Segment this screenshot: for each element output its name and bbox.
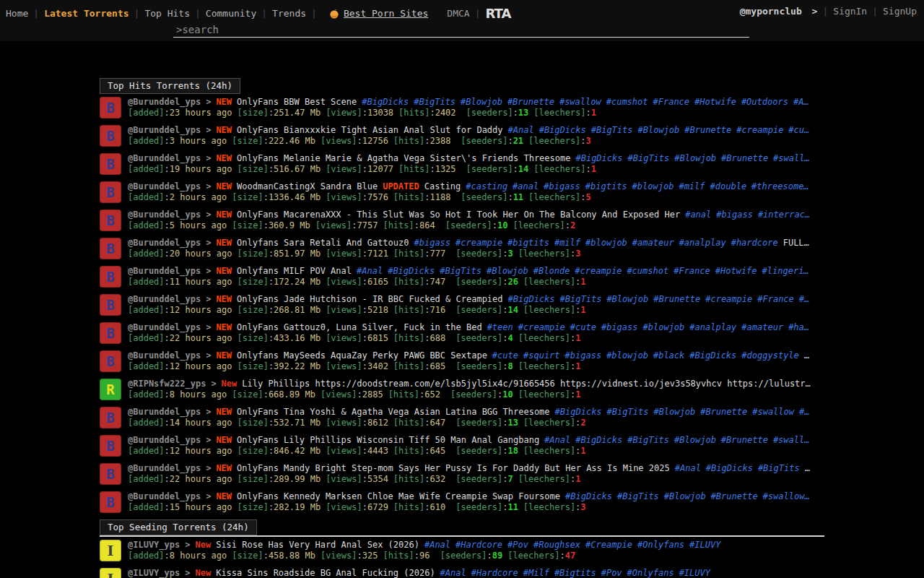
hashtag-link[interactable]: #Creampie: [585, 540, 632, 550]
hashtag-link[interactable]: #ha…: [788, 322, 809, 332]
user-avatar[interactable]: B: [100, 322, 121, 344]
username-link[interactable]: @Burunddel_yps: [128, 294, 201, 304]
user-avatar[interactable]: I: [100, 568, 121, 578]
hashtag-link[interactable]: #BigDicks: [388, 266, 435, 276]
hashtag-link[interactable]: #Brunette: [684, 125, 731, 135]
username-link[interactable]: @Burunddel_yps: [128, 210, 201, 220]
hashtag-link[interactable]: #teen: [487, 322, 513, 332]
user-avatar[interactable]: B: [100, 407, 121, 428]
hashtag-link[interactable]: #Hardcore: [456, 540, 502, 550]
hashtag-link[interactable]: #blowjob: [606, 350, 648, 361]
torrent-title[interactable]: Sisi Rose Has Very Hard Anal Sex (2026): [216, 540, 419, 550]
hashtag-link[interactable]: #…: [799, 407, 809, 417]
hashtag-link[interactable]: #Blowjob: [653, 407, 695, 417]
hashtag-link[interactable]: #bigtits: [585, 181, 627, 191]
hashtag-link[interactable]: #BigTits: [627, 153, 669, 163]
hashtag-link[interactable]: #creampie: [705, 294, 752, 304]
nav-item-trends[interactable]: Trends: [272, 8, 306, 19]
hashtag-link[interactable]: #Blowjob: [638, 125, 680, 135]
username-link[interactable]: @Burunddel_yps: [128, 153, 201, 163]
hashtag-link[interactable]: #doggystyle: [741, 350, 798, 361]
user-avatar[interactable]: B: [100, 97, 121, 118]
hashtag-link[interactable]: #BigDicks: [555, 407, 602, 417]
hashtag-link[interactable]: #BigDicks: [362, 97, 409, 107]
hashtag-link[interactable]: #swallow: [752, 407, 794, 417]
hashtag-link[interactable]: #Brunette: [721, 153, 768, 163]
nav-item-community[interactable]: Community: [206, 8, 256, 19]
hashtag-link[interactable]: #bigass: [565, 350, 602, 361]
hashtag-link[interactable]: #ILUVY: [689, 540, 720, 550]
hashtag-link[interactable]: #BigDicks: [706, 463, 753, 473]
hashtag-link[interactable]: #swallow: [559, 97, 601, 107]
hashtag-link[interactable]: #swall…: [773, 153, 810, 163]
hashtag-link[interactable]: #bigtits: [507, 238, 549, 248]
hashtag-link[interactable]: #Brunette: [507, 97, 554, 107]
torrent-title[interactable]: OnlyFans Kennedy Marksen Chloe Mae Wife …: [237, 491, 560, 501]
hashtag-link[interactable]: #Brunette: [700, 407, 747, 417]
hashtag-link[interactable]: #cu…: [788, 125, 809, 135]
hashtag-link[interactable]: #Milf: [523, 568, 549, 578]
user-avatar[interactable]: B: [100, 350, 121, 372]
hashtag-link[interactable]: #Onlyfans: [637, 540, 684, 550]
hashtag-link[interactable]: #BigTits: [440, 266, 481, 276]
hashtag-link[interactable]: #BigTits: [560, 294, 602, 304]
user-avatar[interactable]: B: [100, 266, 121, 288]
hashtag-link[interactable]: #Pov: [601, 568, 622, 578]
user-avatar[interactable]: I: [100, 540, 121, 561]
hashtag-link[interactable]: #…: [799, 294, 809, 304]
hashtag-link[interactable]: #BigDicks: [575, 153, 622, 163]
hashtag-link[interactable]: #lingeri…: [762, 266, 809, 276]
hashtag-link[interactable]: #cute: [570, 322, 596, 332]
hashtag-link[interactable]: #ILUVY: [679, 568, 710, 578]
hashtag-link[interactable]: #amateur: [632, 238, 674, 248]
hashtag-link[interactable]: #Bigtits: [554, 568, 596, 578]
username-link[interactable]: @Burunddel_yps: [128, 125, 201, 135]
torrent-title[interactable]: OnlyFans MacarenaXXX - This Slut Was So …: [237, 210, 680, 220]
hashtag-link[interactable]: #BigDicks: [689, 350, 736, 361]
hashtag-link[interactable]: #Hardcore: [471, 568, 518, 578]
torrent-title[interactable]: Onlyfans MILF POV Anal: [237, 266, 352, 276]
hashtag-link[interactable]: #Onlyfans: [627, 568, 674, 578]
account-menu[interactable]: @mypornclub >: [740, 6, 818, 17]
torrent-title[interactable]: OnlyFans BBW Best Scene: [237, 97, 357, 107]
username-link[interactable]: @Burunddel_yps: [128, 463, 201, 473]
username-link[interactable]: @Burunddel_yps: [128, 181, 201, 191]
hashtag-link[interactable]: #Blowjob: [664, 491, 706, 501]
user-avatar[interactable]: B: [100, 210, 121, 231]
hashtag-link[interactable]: #Anal: [424, 540, 450, 550]
user-avatar[interactable]: B: [100, 238, 121, 259]
hashtag-link[interactable]: #blowjob: [632, 181, 674, 191]
torrent-title[interactable]: OnlyFans Jade Hutchison - IR BBC Fucked …: [237, 294, 502, 304]
torrent-title[interactable]: Onlyfans Sara Retali And Gattouz0: [237, 238, 409, 248]
torrent-title[interactable]: Lily Phillips https://doodstream.com/e/l…: [242, 379, 810, 389]
username-link[interactable]: @Burunddel_yps: [128, 350, 201, 361]
hashtag-link[interactable]: #swallow…: [763, 491, 810, 501]
nav-item-latest-torrents[interactable]: Latest Torrents: [44, 8, 128, 19]
hashtag-link[interactable]: #Anal: [675, 463, 701, 473]
user-avatar[interactable]: B: [100, 181, 121, 203]
hashtag-link[interactable]: #France: [653, 97, 690, 107]
username-link[interactable]: @ILUVY_yps: [128, 540, 180, 550]
hashtag-link[interactable]: #BigTits: [758, 463, 800, 473]
hashtag-link[interactable]: #milf: [679, 181, 705, 191]
hashtag-link[interactable]: #BigDicks: [575, 435, 622, 445]
hashtag-link[interactable]: #creampie: [736, 125, 783, 135]
user-avatar[interactable]: R: [100, 379, 121, 400]
hashtag-link[interactable]: #France: [674, 266, 710, 276]
username-link[interactable]: @Burunddel_yps: [128, 435, 201, 445]
signup-link[interactable]: SignUp: [883, 6, 917, 17]
hashtag-link[interactable]: #BigTits: [627, 435, 669, 445]
torrent-title[interactable]: OnlyFans Mandy Bright Step-mom Says Her …: [237, 463, 670, 473]
torrent-title[interactable]: FULL…: [783, 238, 809, 248]
hashtag-link[interactable]: #Anal: [440, 568, 466, 578]
hashtag-link[interactable]: #France: [757, 294, 794, 304]
user-avatar[interactable]: B: [100, 463, 121, 485]
hashtag-link[interactable]: #Pov: [507, 540, 528, 550]
user-avatar[interactable]: B: [100, 491, 121, 513]
hashtag-link[interactable]: #Outdoors: [741, 97, 788, 107]
hashtag-link[interactable]: #Blowjob: [487, 266, 528, 276]
hashtag-link[interactable]: #casting: [466, 181, 507, 191]
hashtag-link[interactable]: #Blowjob: [674, 435, 716, 445]
hashtag-link[interactable]: #blowjob: [585, 238, 627, 248]
torrent-title[interactable]: OnlyFans Lily Phillips Wisconsin Tiff 50…: [237, 435, 539, 445]
